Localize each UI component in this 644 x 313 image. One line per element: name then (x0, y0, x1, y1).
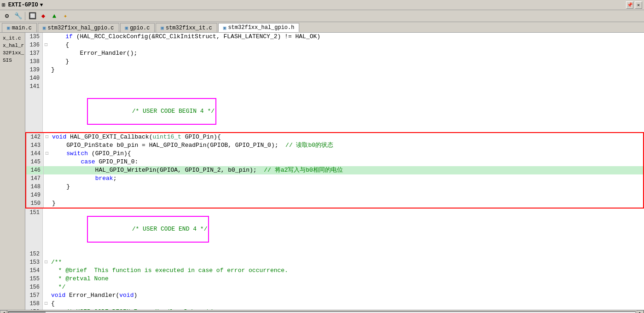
line-number: 150 (26, 199, 44, 208)
tab-hal-gpio-c[interactable]: ▣ stm32f1xx_hal_gpio.c (38, 23, 119, 32)
scrollbar-area[interactable]: ◀ ▶ (0, 310, 644, 313)
table-row: 155 * @retval None (25, 275, 644, 283)
table-row: 149 (26, 191, 643, 199)
table-row: 141 /* USER CODE BEGIN 4 */ (25, 82, 644, 132)
table-row: 145 case GPIO_PIN_0: (26, 158, 643, 166)
code-content: /* USER CODE END 4 */ (49, 209, 644, 250)
collapse-btn[interactable] (43, 291, 49, 300)
collapse-btn[interactable] (44, 199, 50, 208)
toolbar-btn-4[interactable]: ◆ (38, 11, 48, 21)
tab-main-c[interactable]: ▣ main.c (2, 23, 37, 32)
collapse-btn[interactable] (43, 49, 49, 58)
collapse-btn[interactable] (44, 183, 50, 191)
collapse-btn[interactable]: □ (44, 150, 50, 158)
code-content: */ (49, 283, 644, 291)
line-number: 155 (25, 275, 43, 283)
sidebar-item-2[interactable]: x_hal_r (1, 42, 24, 49)
title-text: EXTI-GPIO (8, 2, 38, 8)
table-row: 138 } (25, 58, 644, 66)
table-row: 158 □ { (25, 300, 644, 308)
code-content: } (50, 183, 643, 191)
main-layout: x_it.c x_hal_r 32F1xx_ SIS 135 if (HAL_R… (0, 33, 644, 310)
scroll-left-btn[interactable]: ◀ (0, 310, 7, 313)
collapse-btn[interactable] (44, 166, 50, 174)
collapse-btn[interactable] (43, 209, 49, 250)
table-row: 152 (25, 250, 644, 258)
code-content: switch (GPIO_Pin){ (50, 150, 643, 158)
table-row: 139 } (25, 66, 644, 74)
tab-it-c[interactable]: ▣ stm32f1xx_it.c (156, 23, 217, 32)
table-row: 156 */ (25, 283, 644, 291)
line-number: 136 (25, 41, 43, 49)
line-number: 146 (26, 166, 44, 174)
line-number: 151 (25, 209, 43, 250)
collapse-btn[interactable] (43, 74, 49, 82)
collapse-btn[interactable]: □ (44, 133, 50, 141)
line-number: 147 (26, 174, 44, 183)
line-number: 149 (26, 191, 44, 199)
collapse-btn[interactable] (43, 82, 49, 132)
code-content: * @brief This function is executed in ca… (49, 267, 644, 275)
code-content (49, 250, 644, 258)
table-row: 153 □ /** (25, 258, 644, 267)
collapse-btn[interactable] (44, 141, 50, 150)
collapse-btn[interactable]: □ (43, 258, 49, 267)
collapse-btn[interactable]: □ (43, 41, 49, 49)
line-number: 142 (26, 133, 44, 141)
line-number: 157 (25, 291, 43, 300)
line-number: 140 (25, 74, 43, 82)
scroll-thumb[interactable] (9, 312, 46, 313)
line-number: 143 (26, 141, 44, 150)
sidebar-item-4[interactable]: SIS (1, 57, 24, 64)
tab-icon-it-c: ▣ (161, 25, 164, 31)
collapse-btn[interactable] (43, 283, 49, 291)
tab-hal-gpio-h[interactable]: ▣ stm32f1xx_hal_gpio.h (218, 23, 300, 32)
code-content: /** (49, 258, 644, 267)
collapse-btn[interactable] (44, 174, 50, 183)
collapse-btn[interactable] (43, 250, 49, 258)
line-number: 154 (25, 267, 43, 275)
code-content: } (50, 199, 643, 208)
table-row: 143 GPIO_PinState b0_pin = HAL_GPIO_Read… (26, 141, 643, 150)
code-content (49, 74, 644, 82)
collapse-btn[interactable] (44, 191, 50, 199)
code-content (50, 191, 643, 199)
close-button[interactable]: ✕ (635, 1, 642, 9)
line-number: 137 (25, 49, 43, 58)
toolbar-btn-5[interactable]: ▲ (49, 11, 59, 21)
collapse-btn[interactable] (43, 33, 49, 41)
toolbar-btn-6[interactable]: ✦ (60, 11, 70, 21)
table-row: 154 * @brief This function is executed i… (25, 267, 644, 275)
code-content: } (49, 58, 644, 66)
collapse-btn[interactable] (44, 158, 50, 166)
title-dropdown[interactable]: ▼ (40, 2, 43, 8)
collapse-btn[interactable]: □ (43, 300, 49, 308)
table-row: 140 (25, 74, 644, 82)
collapse-btn[interactable] (43, 58, 49, 66)
tab-gpio-c[interactable]: ▣ gpio.c (120, 23, 155, 32)
toolbar-btn-1[interactable]: ⚙ (2, 11, 12, 21)
collapse-btn[interactable] (43, 267, 49, 275)
table-row: 135 if (HAL_RCC_ClockConfig(&RCC_ClkInit… (25, 33, 644, 41)
code-content: if (HAL_RCC_ClockConfig(&RCC_ClkInitStru… (49, 33, 644, 41)
pin-button[interactable]: 📌 (626, 1, 633, 9)
table-row: 137 Error_Handler(); (25, 49, 644, 58)
table-row: 146 HAL_GPIO_WritePin(GPIOA, GPIO_PIN_2,… (26, 166, 643, 174)
line-number: 153 (25, 258, 43, 267)
toolbar-btn-2[interactable]: 🔧 (13, 11, 23, 21)
red-box-wrapper: 142 □ void HAL_GPIO_EXTI_Callback(uint16… (25, 132, 644, 209)
scroll-right-btn[interactable]: ▶ (637, 310, 644, 313)
collapse-btn[interactable] (43, 275, 49, 283)
sidebar: x_it.c x_hal_r 32F1xx_ SIS (0, 33, 25, 310)
scroll-track[interactable] (8, 311, 636, 313)
toolbar-btn-3[interactable]: 🔲 (27, 11, 37, 21)
sidebar-item-3[interactable]: 32F1xx_ (1, 49, 24, 57)
collapse-btn[interactable] (43, 66, 49, 74)
code-area[interactable]: 135 if (HAL_RCC_ClockConfig(&RCC_ClkInit… (25, 33, 644, 310)
line-number: 138 (25, 58, 43, 66)
tabs-bar: ▣ main.c ▣ stm32f1xx_hal_gpio.c ▣ gpio.c… (0, 22, 644, 33)
code-content: GPIO_PinState b0_pin = HAL_GPIO_ReadPin(… (50, 141, 643, 150)
tab-icon-main-c: ▣ (7, 25, 10, 31)
collapse-btn[interactable] (43, 308, 49, 310)
sidebar-item-1[interactable]: x_it.c (1, 35, 24, 42)
